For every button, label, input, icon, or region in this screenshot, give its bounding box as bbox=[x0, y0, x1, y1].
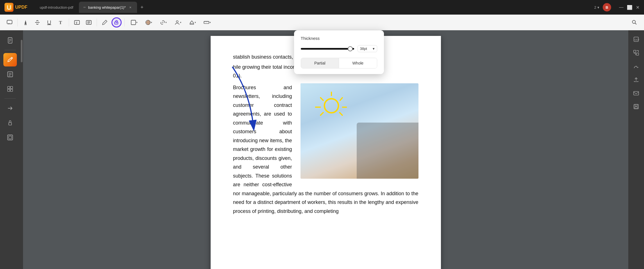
eraser-tool-button[interactable] bbox=[111, 17, 122, 27]
left-sidebar bbox=[0, 30, 20, 269]
pt-selector[interactable]: 38pt ▾ bbox=[358, 45, 377, 52]
sidebar-item-organize[interactable] bbox=[3, 82, 17, 96]
svg-rect-55 bbox=[636, 53, 639, 55]
strikethrough-tool-button[interactable] bbox=[32, 17, 42, 27]
window-count[interactable]: 2 ▾ bbox=[594, 5, 599, 10]
svg-point-25 bbox=[632, 20, 636, 23]
sidebar-divider-2 bbox=[4, 98, 16, 99]
tab-edit-icon: ✏ bbox=[83, 6, 86, 9]
minimize-button[interactable]: — bbox=[619, 5, 623, 10]
thickness-title: Thickness bbox=[301, 36, 377, 41]
tab-updf-introduction[interactable]: updf-introduction-pdf bbox=[35, 2, 78, 13]
svg-line-48 bbox=[320, 97, 324, 101]
svg-rect-56 bbox=[634, 91, 639, 95]
sidebar-item-annotate[interactable] bbox=[3, 53, 17, 66]
thickness-popup: Thickness 38pt ▾ Partial Whole bbox=[294, 30, 384, 74]
svg-rect-1 bbox=[7, 20, 12, 24]
right-sidebar-email[interactable] bbox=[631, 88, 642, 99]
tab-active-label: banking whitepapar(1)* bbox=[88, 5, 126, 10]
divider-1 bbox=[17, 19, 18, 26]
search-button[interactable] bbox=[629, 17, 640, 27]
slider-track bbox=[301, 48, 354, 50]
right-sidebar-scan[interactable] bbox=[631, 47, 642, 58]
svg-rect-38 bbox=[8, 89, 10, 91]
tab-banking-whitepaper[interactable]: ✏ banking whitepapar(1)* ✕ bbox=[79, 2, 137, 13]
pencil-tool-button[interactable] bbox=[100, 17, 110, 27]
shape-tool-button[interactable]: ▾ bbox=[128, 17, 140, 27]
right-sidebar-save[interactable] bbox=[631, 101, 642, 112]
title-bar: UPDF updf-introduction-pdf ✏ banking whi… bbox=[0, 0, 644, 15]
svg-line-47 bbox=[339, 112, 343, 116]
thickness-slider[interactable] bbox=[301, 45, 354, 52]
svg-rect-36 bbox=[8, 86, 10, 89]
highlight-tool-button[interactable] bbox=[21, 17, 31, 27]
svg-point-43 bbox=[324, 99, 338, 113]
svg-rect-58 bbox=[635, 104, 637, 106]
pdf-main-content: Brochures and newsletters, including cus… bbox=[233, 83, 418, 216]
scroll-thumb[interactable] bbox=[21, 40, 22, 62]
svg-rect-42 bbox=[9, 136, 12, 139]
maximize-button[interactable]: ⬜ bbox=[627, 5, 632, 10]
svg-rect-13 bbox=[115, 22, 118, 24]
svg-line-50 bbox=[320, 112, 324, 116]
sidebar-item-protect[interactable] bbox=[3, 116, 17, 130]
sun-svg bbox=[309, 89, 354, 128]
sidebar-item-pages[interactable] bbox=[3, 34, 17, 47]
right-sidebar-upload[interactable] bbox=[631, 74, 642, 85]
tab-close-btn[interactable]: ✕ bbox=[128, 5, 133, 10]
svg-rect-37 bbox=[10, 86, 13, 89]
divider-3 bbox=[97, 19, 97, 26]
pdf-image bbox=[301, 83, 418, 179]
color-picker-button[interactable]: ▾ bbox=[142, 17, 155, 27]
comment-tool-button[interactable] bbox=[4, 17, 15, 27]
svg-rect-54 bbox=[634, 50, 636, 52]
svg-rect-15 bbox=[131, 20, 136, 25]
svg-text:OCR: OCR bbox=[634, 38, 639, 41]
divider-4 bbox=[124, 19, 125, 26]
whole-button[interactable]: Whole bbox=[339, 58, 377, 68]
person-tool-button[interactable]: ▾ bbox=[171, 17, 184, 27]
toolbar: T T ▾ ▾ ▾ ▾ ▾ bbox=[0, 15, 644, 30]
right-sidebar-sign[interactable] bbox=[631, 61, 642, 72]
partial-whole-selector: Partial Whole bbox=[301, 58, 377, 68]
dropdown-arrow: ▾ bbox=[373, 47, 375, 51]
scroll-area bbox=[20, 30, 23, 269]
svg-rect-59 bbox=[635, 107, 638, 109]
sidebar-item-convert[interactable] bbox=[3, 102, 17, 115]
close-button[interactable]: ✕ bbox=[636, 5, 640, 10]
partial-button[interactable]: Partial bbox=[301, 58, 339, 68]
svg-point-17 bbox=[176, 20, 178, 22]
svg-rect-18 bbox=[190, 24, 194, 24]
svg-line-45 bbox=[340, 97, 343, 101]
window-controls: — ⬜ ✕ bbox=[619, 5, 640, 10]
svg-rect-2 bbox=[25, 23, 26, 24]
underline-tool-button[interactable] bbox=[44, 17, 54, 27]
sidebar-item-stamp[interactable] bbox=[3, 131, 17, 144]
logo-icon bbox=[4, 3, 13, 12]
measure-tool-button[interactable]: ▾ bbox=[201, 17, 213, 27]
svg-rect-39 bbox=[10, 89, 13, 91]
right-sidebar-ocr[interactable]: OCR bbox=[631, 34, 642, 45]
slider-thumb[interactable] bbox=[348, 46, 353, 51]
tab-bar: updf-introduction-pdf ✏ banking whitepap… bbox=[35, 2, 592, 13]
pt-value: 38pt bbox=[360, 47, 367, 51]
logo-text: UPDF bbox=[15, 5, 28, 10]
svg-line-26 bbox=[635, 23, 636, 24]
svg-text:T: T bbox=[76, 21, 78, 24]
sidebar-item-edit[interactable] bbox=[3, 68, 17, 81]
user-avatar[interactable]: B bbox=[603, 3, 611, 12]
textbox-tool-button[interactable]: T bbox=[72, 17, 82, 27]
app-logo: UPDF bbox=[4, 3, 28, 12]
new-tab-button[interactable]: + bbox=[138, 3, 146, 11]
link-tool-button[interactable]: ▾ bbox=[157, 17, 170, 27]
text-tool-button[interactable]: T bbox=[56, 17, 66, 27]
list-tool-button[interactable] bbox=[84, 17, 94, 27]
svg-rect-40 bbox=[9, 123, 12, 125]
right-sidebar: OCR bbox=[628, 30, 644, 269]
stamp-tool-button[interactable]: ▾ bbox=[186, 17, 199, 27]
title-bar-right: 2 ▾ B — ⬜ ✕ bbox=[594, 3, 640, 12]
svg-line-31 bbox=[11, 58, 12, 59]
tab-label: updf-introduction-pdf bbox=[40, 5, 73, 10]
sidebar-divider-1 bbox=[4, 50, 16, 50]
divider-2 bbox=[69, 19, 69, 26]
